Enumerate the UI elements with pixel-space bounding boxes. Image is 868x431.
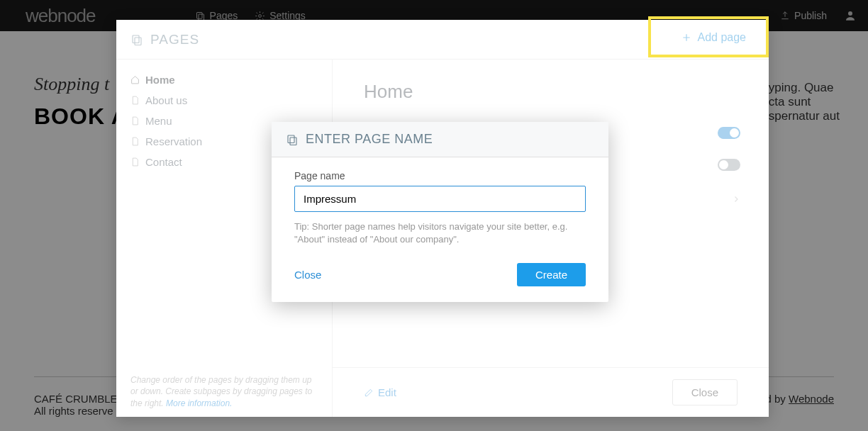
page-name-label: Page name — [294, 170, 586, 181]
modal-body: Page name Tip: Shorter page names help v… — [272, 157, 608, 253]
modal-title: ENTER PAGE NAME — [306, 132, 433, 147]
svg-rect-6 — [288, 135, 294, 143]
modal-close-button[interactable]: Close — [294, 269, 321, 281]
create-button[interactable]: Create — [517, 263, 586, 286]
modal-header: ENTER PAGE NAME — [272, 122, 608, 157]
modal-footer: Close Create — [272, 253, 608, 302]
page-name-input[interactable] — [294, 186, 586, 212]
pages-icon — [286, 133, 299, 146]
svg-rect-7 — [290, 138, 296, 145]
page-name-tip: Tip: Shorter page names help visitors na… — [294, 220, 586, 246]
enter-page-name-modal: ENTER PAGE NAME Page name Tip: Shorter p… — [272, 122, 608, 302]
